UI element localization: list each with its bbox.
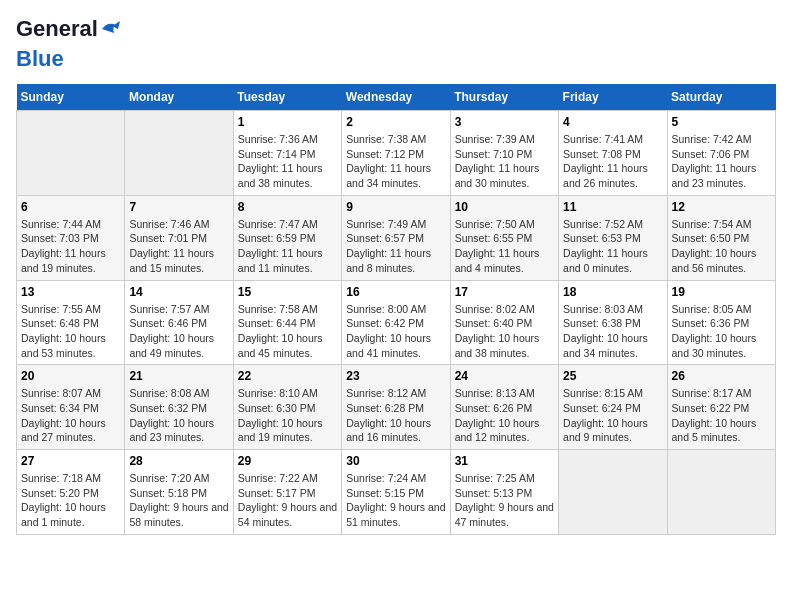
logo-blue-label: Blue [16, 46, 64, 72]
day-header-saturday: Saturday [667, 84, 775, 111]
day-number: 14 [129, 285, 228, 299]
day-cell [559, 450, 667, 535]
day-cell: 26Sunrise: 8:17 AMSunset: 6:22 PMDayligh… [667, 365, 775, 450]
day-header-sunday: Sunday [17, 84, 125, 111]
day-number: 2 [346, 115, 445, 129]
day-cell: 12Sunrise: 7:54 AMSunset: 6:50 PMDayligh… [667, 195, 775, 280]
day-cell: 1Sunrise: 7:36 AMSunset: 7:14 PMDaylight… [233, 111, 341, 196]
day-cell: 9Sunrise: 7:49 AMSunset: 6:57 PMDaylight… [342, 195, 450, 280]
day-cell [17, 111, 125, 196]
day-info: Sunrise: 8:12 AMSunset: 6:28 PMDaylight:… [346, 386, 445, 445]
day-number: 8 [238, 200, 337, 214]
day-number: 11 [563, 200, 662, 214]
day-info: Sunrise: 7:41 AMSunset: 7:08 PMDaylight:… [563, 132, 662, 191]
day-header-tuesday: Tuesday [233, 84, 341, 111]
day-info: Sunrise: 8:08 AMSunset: 6:32 PMDaylight:… [129, 386, 228, 445]
day-cell: 14Sunrise: 7:57 AMSunset: 6:46 PMDayligh… [125, 280, 233, 365]
week-row-2: 6Sunrise: 7:44 AMSunset: 7:03 PMDaylight… [17, 195, 776, 280]
day-header-wednesday: Wednesday [342, 84, 450, 111]
day-number: 10 [455, 200, 554, 214]
day-cell [125, 111, 233, 196]
day-info: Sunrise: 7:46 AMSunset: 7:01 PMDaylight:… [129, 217, 228, 276]
week-row-4: 20Sunrise: 8:07 AMSunset: 6:34 PMDayligh… [17, 365, 776, 450]
calendar-table: SundayMondayTuesdayWednesdayThursdayFrid… [16, 84, 776, 535]
day-info: Sunrise: 8:13 AMSunset: 6:26 PMDaylight:… [455, 386, 554, 445]
day-info: Sunrise: 7:25 AMSunset: 5:13 PMDaylight:… [455, 471, 554, 530]
day-number: 29 [238, 454, 337, 468]
day-number: 23 [346, 369, 445, 383]
day-number: 24 [455, 369, 554, 383]
day-header-friday: Friday [559, 84, 667, 111]
day-info: Sunrise: 7:44 AMSunset: 7:03 PMDaylight:… [21, 217, 120, 276]
day-number: 5 [672, 115, 771, 129]
day-number: 4 [563, 115, 662, 129]
day-number: 9 [346, 200, 445, 214]
day-number: 25 [563, 369, 662, 383]
day-info: Sunrise: 8:07 AMSunset: 6:34 PMDaylight:… [21, 386, 120, 445]
day-number: 17 [455, 285, 554, 299]
day-info: Sunrise: 8:10 AMSunset: 6:30 PMDaylight:… [238, 386, 337, 445]
day-number: 6 [21, 200, 120, 214]
day-cell: 28Sunrise: 7:20 AMSunset: 5:18 PMDayligh… [125, 450, 233, 535]
day-cell: 22Sunrise: 8:10 AMSunset: 6:30 PMDayligh… [233, 365, 341, 450]
day-cell: 17Sunrise: 8:02 AMSunset: 6:40 PMDayligh… [450, 280, 558, 365]
day-header-thursday: Thursday [450, 84, 558, 111]
day-cell: 31Sunrise: 7:25 AMSunset: 5:13 PMDayligh… [450, 450, 558, 535]
day-number: 16 [346, 285, 445, 299]
day-cell: 5Sunrise: 7:42 AMSunset: 7:06 PMDaylight… [667, 111, 775, 196]
day-info: Sunrise: 7:36 AMSunset: 7:14 PMDaylight:… [238, 132, 337, 191]
day-cell: 2Sunrise: 7:38 AMSunset: 7:12 PMDaylight… [342, 111, 450, 196]
day-info: Sunrise: 7:18 AMSunset: 5:20 PMDaylight:… [21, 471, 120, 530]
day-number: 1 [238, 115, 337, 129]
day-number: 27 [21, 454, 120, 468]
day-cell: 3Sunrise: 7:39 AMSunset: 7:10 PMDaylight… [450, 111, 558, 196]
day-cell: 29Sunrise: 7:22 AMSunset: 5:17 PMDayligh… [233, 450, 341, 535]
day-cell: 27Sunrise: 7:18 AMSunset: 5:20 PMDayligh… [17, 450, 125, 535]
day-cell: 30Sunrise: 7:24 AMSunset: 5:15 PMDayligh… [342, 450, 450, 535]
day-number: 7 [129, 200, 228, 214]
day-cell: 23Sunrise: 8:12 AMSunset: 6:28 PMDayligh… [342, 365, 450, 450]
day-cell: 19Sunrise: 8:05 AMSunset: 6:36 PMDayligh… [667, 280, 775, 365]
day-cell: 15Sunrise: 7:58 AMSunset: 6:44 PMDayligh… [233, 280, 341, 365]
day-info: Sunrise: 8:03 AMSunset: 6:38 PMDaylight:… [563, 302, 662, 361]
day-number: 18 [563, 285, 662, 299]
day-cell: 7Sunrise: 7:46 AMSunset: 7:01 PMDaylight… [125, 195, 233, 280]
day-cell [667, 450, 775, 535]
day-cell: 20Sunrise: 8:07 AMSunset: 6:34 PMDayligh… [17, 365, 125, 450]
day-number: 15 [238, 285, 337, 299]
day-number: 20 [21, 369, 120, 383]
day-cell: 16Sunrise: 8:00 AMSunset: 6:42 PMDayligh… [342, 280, 450, 365]
day-info: Sunrise: 7:38 AMSunset: 7:12 PMDaylight:… [346, 132, 445, 191]
day-cell: 13Sunrise: 7:55 AMSunset: 6:48 PMDayligh… [17, 280, 125, 365]
day-info: Sunrise: 7:58 AMSunset: 6:44 PMDaylight:… [238, 302, 337, 361]
day-number: 12 [672, 200, 771, 214]
day-number: 19 [672, 285, 771, 299]
day-info: Sunrise: 7:39 AMSunset: 7:10 PMDaylight:… [455, 132, 554, 191]
day-info: Sunrise: 8:05 AMSunset: 6:36 PMDaylight:… [672, 302, 771, 361]
days-header-row: SundayMondayTuesdayWednesdayThursdayFrid… [17, 84, 776, 111]
day-info: Sunrise: 7:42 AMSunset: 7:06 PMDaylight:… [672, 132, 771, 191]
day-info: Sunrise: 7:20 AMSunset: 5:18 PMDaylight:… [129, 471, 228, 530]
day-number: 13 [21, 285, 120, 299]
day-info: Sunrise: 8:00 AMSunset: 6:42 PMDaylight:… [346, 302, 445, 361]
day-info: Sunrise: 8:02 AMSunset: 6:40 PMDaylight:… [455, 302, 554, 361]
day-info: Sunrise: 8:17 AMSunset: 6:22 PMDaylight:… [672, 386, 771, 445]
day-info: Sunrise: 7:50 AMSunset: 6:55 PMDaylight:… [455, 217, 554, 276]
day-cell: 21Sunrise: 8:08 AMSunset: 6:32 PMDayligh… [125, 365, 233, 450]
logo: GeneralBlue [16, 16, 120, 72]
logo-general-text: General [16, 16, 120, 42]
week-row-5: 27Sunrise: 7:18 AMSunset: 5:20 PMDayligh… [17, 450, 776, 535]
week-row-3: 13Sunrise: 7:55 AMSunset: 6:48 PMDayligh… [17, 280, 776, 365]
day-info: Sunrise: 7:22 AMSunset: 5:17 PMDaylight:… [238, 471, 337, 530]
day-number: 22 [238, 369, 337, 383]
day-info: Sunrise: 7:24 AMSunset: 5:15 PMDaylight:… [346, 471, 445, 530]
day-cell: 18Sunrise: 8:03 AMSunset: 6:38 PMDayligh… [559, 280, 667, 365]
day-info: Sunrise: 7:55 AMSunset: 6:48 PMDaylight:… [21, 302, 120, 361]
day-cell: 4Sunrise: 7:41 AMSunset: 7:08 PMDaylight… [559, 111, 667, 196]
day-info: Sunrise: 7:54 AMSunset: 6:50 PMDaylight:… [672, 217, 771, 276]
day-cell: 8Sunrise: 7:47 AMSunset: 6:59 PMDaylight… [233, 195, 341, 280]
logo-bird-icon [100, 19, 120, 39]
day-cell: 6Sunrise: 7:44 AMSunset: 7:03 PMDaylight… [17, 195, 125, 280]
week-row-1: 1Sunrise: 7:36 AMSunset: 7:14 PMDaylight… [17, 111, 776, 196]
day-info: Sunrise: 8:15 AMSunset: 6:24 PMDaylight:… [563, 386, 662, 445]
